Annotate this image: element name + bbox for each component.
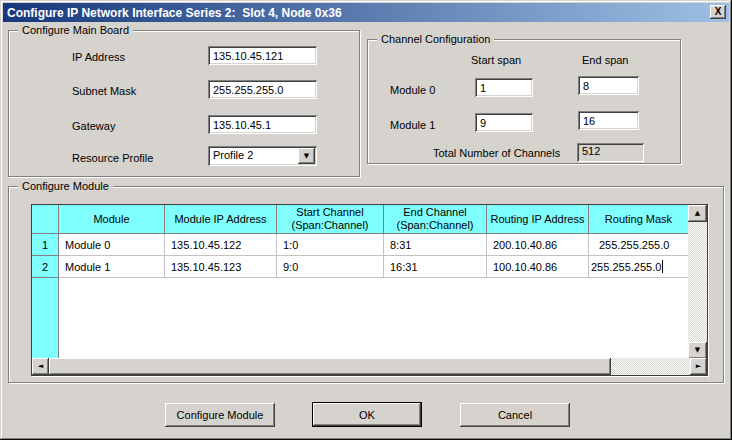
chevron-down-icon[interactable]: ▼ — [298, 148, 315, 164]
row1-routing-ip-cell[interactable]: 200.10.40.86 — [487, 234, 589, 256]
header-end-channel: End Channel (Span:Channel) — [384, 205, 487, 234]
close-icon[interactable]: X — [710, 5, 726, 19]
total-channels-label: Total Number of Channels — [433, 147, 560, 159]
header-routing-mask: Routing Mask — [589, 205, 688, 234]
header-rownum — [32, 205, 59, 234]
scroll-up-icon[interactable]: ▲ — [688, 205, 707, 222]
main-board-group-title: Configure Main Board — [18, 23, 133, 37]
resource-profile-combobox[interactable]: Profile 2 ▼ — [208, 146, 317, 166]
dialog-window: Configure IP Network Interface Series 2:… — [0, 0, 732, 440]
module1-label: Module 1 — [390, 119, 435, 131]
channel-config-group: Channel Configuration Start span End spa… — [367, 39, 681, 164]
total-channels-field: 512 — [577, 143, 644, 162]
module0-start-span-field[interactable] — [475, 78, 533, 97]
gateway-field[interactable] — [208, 115, 317, 134]
cancel-button[interactable]: Cancel — [460, 403, 570, 427]
row2-start-channel-cell[interactable]: 9:0 — [277, 256, 384, 278]
module1-end-span-field[interactable] — [578, 111, 639, 130]
end-span-header: End span — [582, 54, 628, 66]
gateway-label: Gateway — [72, 120, 115, 132]
row1-routing-mask-cell[interactable]: 255.255.255.0 — [589, 234, 688, 256]
horizontal-scroll-thumb[interactable] — [49, 358, 611, 375]
row1-start-channel-cell[interactable]: 1:0 — [277, 234, 384, 256]
channel-config-group-title: Channel Configuration — [377, 32, 494, 46]
row1-end-channel-cell[interactable]: 8:31 — [384, 234, 487, 256]
title-bar: Configure IP Network Interface Series 2:… — [3, 3, 729, 22]
module-grid: Module Module IP Address Start Channel (… — [32, 205, 688, 358]
vertical-scrollbar[interactable]: ▲ ▼ — [688, 205, 707, 359]
row1-number[interactable]: 1 — [32, 234, 59, 256]
resource-profile-label: Resource Profile — [72, 152, 153, 164]
ip-address-label: IP Address — [72, 51, 125, 63]
resource-profile-value: Profile 2 — [213, 149, 253, 161]
header-start-channel: Start Channel (Span:Channel) — [277, 205, 384, 234]
scroll-right-icon[interactable]: ► — [690, 358, 707, 375]
module0-label: Module 0 — [390, 84, 435, 96]
ok-button[interactable]: OK — [312, 402, 422, 427]
row2-routing-ip-cell[interactable]: 100.10.40.86 — [487, 256, 589, 278]
module-group-title: Configure Module — [18, 179, 113, 193]
row2-number[interactable]: 2 — [32, 256, 59, 278]
configure-module-button[interactable]: Configure Module — [165, 403, 275, 427]
module-group: Configure Module Module Module IP Addres… — [8, 186, 724, 383]
subnet-mask-field[interactable] — [208, 80, 317, 99]
row2-end-channel-cell[interactable]: 16:31 — [384, 256, 487, 278]
text-cursor — [662, 260, 663, 273]
row2-module-ip-cell[interactable]: 135.10.45.123 — [165, 256, 277, 278]
row2-module-cell[interactable]: Module 1 — [59, 256, 165, 278]
module0-end-span-field[interactable] — [578, 76, 639, 95]
row1-module-cell[interactable]: Module 0 — [59, 234, 165, 256]
scroll-down-icon[interactable]: ▼ — [688, 342, 707, 359]
window-title: Configure IP Network Interface Series 2:… — [7, 6, 342, 20]
subnet-mask-label: Subnet Mask — [72, 85, 136, 97]
scroll-left-icon[interactable]: ◄ — [32, 358, 49, 375]
row2-routing-mask-cell-editing[interactable]: 255.255.255.0 — [589, 256, 688, 278]
row1-module-ip-cell[interactable]: 135.10.45.122 — [165, 234, 277, 256]
row-header-filler — [32, 278, 59, 359]
header-routing-ip: Routing IP Address — [487, 205, 589, 234]
vertical-scroll-track[interactable] — [688, 222, 707, 342]
module-table: Module Module IP Address Start Channel (… — [31, 204, 708, 376]
ip-address-field[interactable] — [208, 46, 317, 65]
header-module: Module — [59, 205, 165, 234]
horizontal-scrollbar[interactable]: ◄ ► — [32, 358, 707, 375]
main-board-group: Configure Main Board IP Address Subnet M… — [8, 30, 360, 177]
start-span-header: Start span — [471, 54, 521, 66]
module1-start-span-field[interactable] — [475, 113, 533, 132]
header-module-ip: Module IP Address — [165, 205, 277, 234]
